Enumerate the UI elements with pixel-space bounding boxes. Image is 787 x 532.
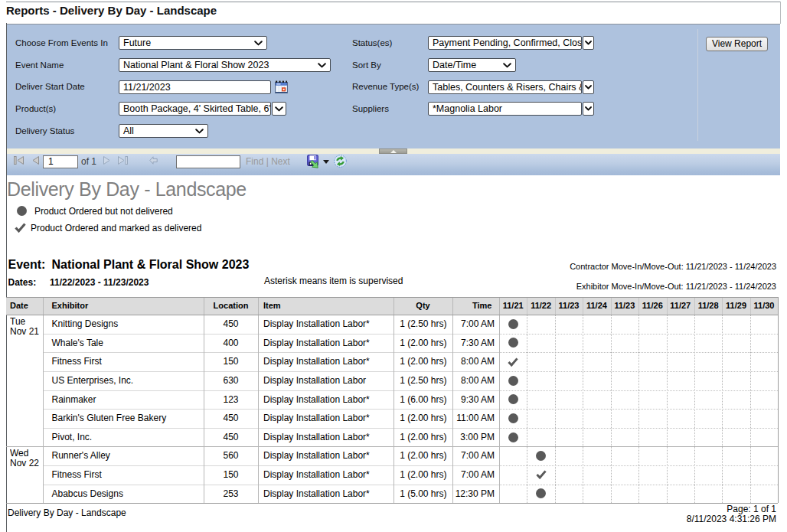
revenue-types-input[interactable]: Tables, Counters & Risers, Chairs & xyxy=(428,80,582,94)
suppliers-input[interactable]: *Magnolia Labor xyxy=(428,102,582,116)
cell-time: 3:00 PM xyxy=(452,428,499,447)
statuses-dropdown-button[interactable] xyxy=(583,36,594,50)
page-number-input[interactable]: 1 xyxy=(43,155,78,168)
first-page-icon[interactable] xyxy=(14,156,24,165)
parameter-panel: Choose From Events In Event Name Deliver… xyxy=(7,24,780,149)
chevron-down-icon xyxy=(585,106,592,111)
cell-qty: 1 (2.50 hrs) xyxy=(394,315,452,334)
column-header-day-11-23: 11/23 xyxy=(555,297,583,315)
delivery-status-select[interactable]: All xyxy=(119,124,208,138)
cell-exhibitor: Runner's Alley xyxy=(43,446,204,465)
column-header-day-11-24: 11/24 xyxy=(583,297,610,315)
cell-time: 7:00 AM xyxy=(452,446,499,465)
deliver-start-date-value: 11/21/2023 xyxy=(123,82,171,93)
revenue-types-dropdown-button[interactable] xyxy=(583,80,594,94)
cell-location: 253 xyxy=(204,485,258,504)
choose-from-value: Future xyxy=(123,38,151,48)
export-menu-caret-icon[interactable] xyxy=(323,160,329,164)
cell-location: 560 xyxy=(204,446,258,465)
splitter-bar[interactable] xyxy=(7,149,780,154)
grid-line xyxy=(43,485,499,485)
deliver-start-date-input[interactable]: 11/21/2023 xyxy=(119,80,271,94)
cell-item: Display Installation Labor* xyxy=(258,390,394,410)
column-header-day-11-23: 11/23 xyxy=(611,297,638,315)
marker-not-delivered xyxy=(508,413,518,423)
cell-location: 630 xyxy=(204,371,258,390)
calendar-icon[interactable] xyxy=(275,80,288,93)
supervised-note: Asterisk means item is supervised xyxy=(264,276,403,286)
sort-by-value: Date/Time xyxy=(433,60,476,70)
grid-line xyxy=(694,315,695,503)
sort-by-label: Sort By xyxy=(352,58,381,72)
column-header-exhibitor: Exhibitor xyxy=(43,297,204,315)
cell-qty: 1 (2.00 hrs) xyxy=(394,334,452,353)
find-text-input[interactable] xyxy=(176,155,240,168)
calendar-graphic xyxy=(275,80,288,93)
event-name-select[interactable]: National Plant & Floral Show 2023 xyxy=(119,58,331,72)
next-page-icon[interactable] xyxy=(103,156,110,165)
view-report-button[interactable]: View Report xyxy=(706,37,768,51)
export-icon[interactable] xyxy=(307,155,322,169)
column-header-day-11-26: 11/26 xyxy=(638,297,666,315)
cell-item: Display Installation Labor* xyxy=(258,446,394,465)
collapse-arrow-icon xyxy=(390,150,397,153)
next-link[interactable]: Next xyxy=(271,156,290,167)
previous-page-icon[interactable] xyxy=(32,156,39,165)
cell-item: Display Installation Labor* xyxy=(258,334,394,353)
event-row: Event: National Plant & Floral Show 2023 xyxy=(8,259,46,271)
choose-from-events-label: Choose From Events In xyxy=(15,36,108,50)
grid-line xyxy=(43,297,44,503)
last-page-icon[interactable] xyxy=(118,156,128,165)
grid-line xyxy=(258,297,259,503)
grid-line xyxy=(43,352,499,353)
cell-exhibitor: Fitness First xyxy=(43,352,204,371)
cell-qty: 1 (2.00 hrs) xyxy=(394,465,452,485)
grid-line xyxy=(43,390,499,391)
back-to-parent-icon[interactable] xyxy=(149,156,158,165)
marker-not-delivered xyxy=(508,319,518,329)
grid-line xyxy=(43,334,499,335)
marker-not-delivered xyxy=(508,338,518,348)
find-link[interactable]: Find xyxy=(246,156,263,167)
cell-location: 150 xyxy=(204,352,258,371)
cell-location: 450 xyxy=(204,315,258,334)
grid-line xyxy=(527,315,527,503)
grid-line xyxy=(611,297,612,315)
cell-item: Display Installation Labor* xyxy=(258,465,394,485)
choose-from-events-select[interactable]: Future xyxy=(119,36,267,50)
products-input[interactable]: Booth Package, 4' Skirted Table, 6' S xyxy=(119,102,271,116)
grid-line xyxy=(6,297,778,298)
grid-line xyxy=(43,428,499,429)
grid-line xyxy=(394,297,394,503)
column-header-day-11-22: 11/22 xyxy=(527,297,554,315)
grid-line xyxy=(638,315,639,503)
cell-qty: 1 (2.00 hrs) xyxy=(394,352,452,371)
delivery-status-label: Delivery Status xyxy=(15,124,74,138)
chevron-down-icon xyxy=(254,41,263,46)
cell-qty: 1 (2.00 hrs) xyxy=(394,409,452,428)
delivery-status-value: All xyxy=(123,126,134,136)
find-next-links[interactable]: Find | Next xyxy=(246,156,290,168)
chevron-down-icon xyxy=(195,129,204,134)
suppliers-dropdown-button[interactable] xyxy=(583,102,594,116)
revenue-types-value: Tables, Counters & Risers, Chairs & xyxy=(433,82,582,93)
refresh-icon[interactable] xyxy=(334,155,347,168)
grid-line xyxy=(583,315,583,503)
cell-time: 7:30 AM xyxy=(452,334,499,353)
grid-line xyxy=(6,315,778,315)
collapse-parameters-button[interactable] xyxy=(379,149,407,154)
grid-line xyxy=(6,503,778,504)
cell-location: 123 xyxy=(204,390,258,410)
cell-time: 11:00 AM xyxy=(452,409,499,428)
statuses-input[interactable]: Payment Pending, Confirmed, Closed xyxy=(428,36,582,50)
cell-exhibitor: Barkin's Gluten Free Bakery xyxy=(43,409,204,428)
cell-item: Display Installation Labor* xyxy=(258,315,394,334)
cell-qty: 1 (6.00 hrs) xyxy=(394,390,452,410)
products-dropdown-button[interactable] xyxy=(272,102,286,116)
sort-by-select[interactable]: Date/Time xyxy=(428,58,516,72)
cell-item: Display Installation Labor* xyxy=(258,428,394,447)
grid-line xyxy=(667,297,668,315)
frame-right-line xyxy=(780,2,781,24)
marker-not-delivered xyxy=(508,432,518,442)
deliver-start-date-label: Deliver Start Date xyxy=(15,80,85,93)
